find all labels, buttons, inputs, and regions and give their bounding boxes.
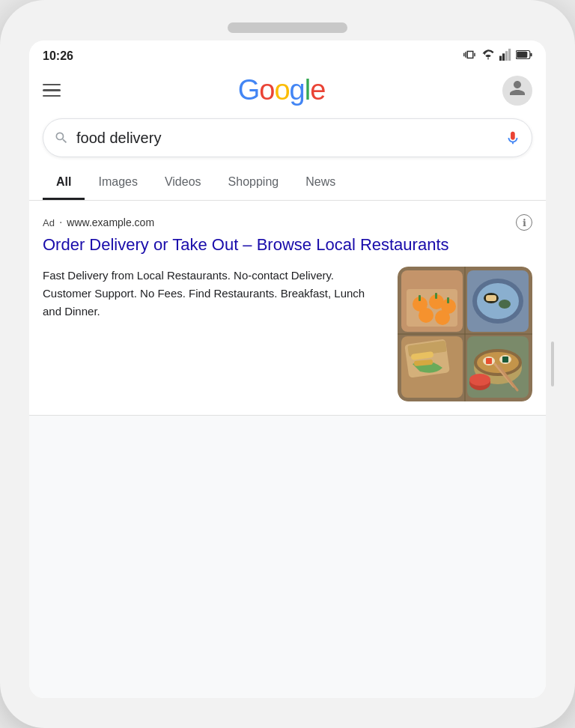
svg-rect-16 xyxy=(419,295,421,301)
logo-letter-e: e xyxy=(310,74,325,106)
svg-rect-3 xyxy=(508,49,511,61)
svg-point-33 xyxy=(477,352,519,373)
battery-icon xyxy=(516,49,532,62)
logo-letter-o1: o xyxy=(259,74,274,106)
wifi-icon xyxy=(481,49,495,62)
svg-rect-18 xyxy=(447,297,449,303)
svg-rect-24 xyxy=(486,295,496,301)
svg-point-23 xyxy=(499,300,511,309)
person-icon xyxy=(508,79,526,102)
logo-letter-o2: o xyxy=(274,74,289,106)
ad-result: Ad · www.example.com ℹ Order Delivery or… xyxy=(29,201,546,416)
ad-meta: Ad · www.example.com xyxy=(43,216,154,229)
status-icons xyxy=(463,48,532,64)
search-bar[interactable]: food delivery xyxy=(43,118,532,157)
info-icon-button[interactable]: ℹ xyxy=(516,214,532,231)
svg-rect-6 xyxy=(530,53,532,57)
food-image-svg xyxy=(398,267,532,401)
svg-point-21 xyxy=(477,283,519,319)
top-nav: Google xyxy=(29,68,546,112)
status-time: 10:26 xyxy=(43,49,73,63)
search-bar-wrapper: food delivery xyxy=(29,112,546,165)
tab-shopping[interactable]: Shopping xyxy=(215,165,293,200)
svg-point-15 xyxy=(435,310,450,325)
vibrate-icon xyxy=(463,48,477,64)
account-avatar-button[interactable] xyxy=(502,76,532,106)
hamburger-line-1 xyxy=(43,84,61,86)
ad-url-row: Ad · www.example.com ℹ xyxy=(43,214,532,231)
results-area: Ad · www.example.com ℹ Order Delivery or… xyxy=(29,201,546,698)
tab-images[interactable]: Images xyxy=(85,165,150,200)
svg-rect-37 xyxy=(502,357,508,363)
ad-description: Fast Delivery from Local Restaurants. No… xyxy=(43,267,386,321)
search-query[interactable]: food delivery xyxy=(76,130,497,147)
tab-news[interactable]: News xyxy=(292,165,349,200)
hamburger-menu-button[interactable] xyxy=(43,84,61,97)
ad-url: www.example.com xyxy=(67,216,154,228)
ad-separator: · xyxy=(59,216,62,229)
mic-icon[interactable] xyxy=(505,127,521,149)
svg-point-14 xyxy=(419,308,433,323)
logo-letter-l: l xyxy=(305,74,310,106)
phone-frame: 10:26 xyxy=(0,0,575,728)
search-icon xyxy=(54,130,69,145)
signal-icon xyxy=(499,49,511,63)
filter-tabs: All Images Videos Shopping News xyxy=(29,165,546,201)
svg-rect-5 xyxy=(517,52,527,58)
hamburger-line-3 xyxy=(43,95,61,97)
ad-label: Ad xyxy=(43,217,55,228)
svg-rect-2 xyxy=(505,51,508,61)
svg-rect-35 xyxy=(486,358,492,364)
svg-point-41 xyxy=(469,374,490,386)
logo-letter-g2: g xyxy=(290,74,305,106)
tab-videos[interactable]: Videos xyxy=(151,165,215,200)
ad-title[interactable]: Order Delivery or Take Out – Browse Loca… xyxy=(43,234,532,256)
tab-all[interactable]: All xyxy=(43,165,85,200)
status-bar: 10:26 xyxy=(29,40,546,68)
ad-image xyxy=(398,267,532,401)
svg-rect-0 xyxy=(499,56,502,61)
ad-body: Fast Delivery from Local Restaurants. No… xyxy=(43,267,532,401)
logo-letter-G: G xyxy=(238,74,260,106)
hamburger-line-2 xyxy=(43,89,61,91)
scroll-indicator xyxy=(551,342,554,386)
google-logo: Google xyxy=(238,74,326,106)
svg-rect-1 xyxy=(502,53,505,61)
phone-screen: 10:26 xyxy=(29,40,546,698)
phone-notch xyxy=(228,22,347,33)
svg-rect-17 xyxy=(435,293,437,299)
